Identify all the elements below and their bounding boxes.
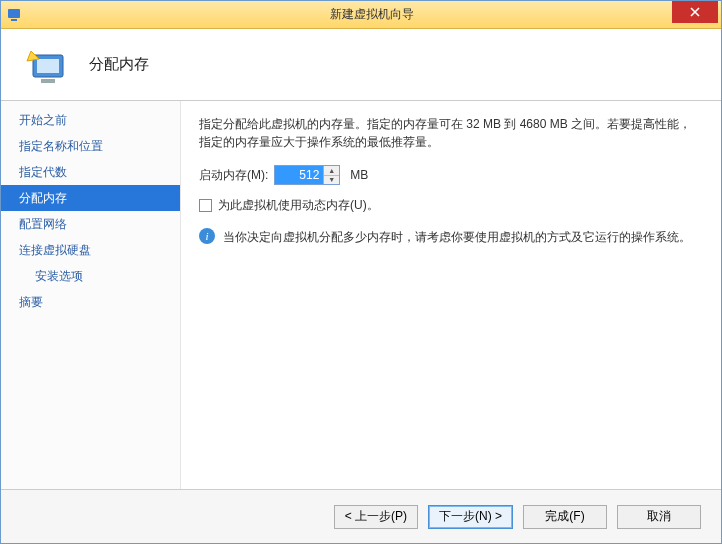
- svg-rect-1: [11, 19, 17, 21]
- body: 开始之前 指定名称和位置 指定代数 分配内存 配置网络 连接虚拟硬盘 安装选项 …: [1, 101, 721, 489]
- page-title: 分配内存: [89, 55, 149, 74]
- dynamic-memory-label: 为此虚拟机使用动态内存(U)。: [218, 197, 379, 214]
- description-text: 指定分配给此虚拟机的内存量。指定的内存量可在 32 MB 到 4680 MB 之…: [199, 115, 701, 151]
- sidebar-item-label: 指定名称和位置: [19, 139, 103, 153]
- sidebar-item-label: 摘要: [19, 295, 43, 309]
- steps-sidebar: 开始之前 指定名称和位置 指定代数 分配内存 配置网络 连接虚拟硬盘 安装选项 …: [1, 101, 181, 489]
- button-label: 完成(F): [545, 508, 584, 525]
- sidebar-item-vhd[interactable]: 连接虚拟硬盘: [1, 237, 180, 263]
- content-pane: 指定分配给此虚拟机的内存量。指定的内存量可在 32 MB 到 4680 MB 之…: [181, 101, 721, 489]
- next-button[interactable]: 下一步(N) >: [428, 505, 513, 529]
- sidebar-item-label: 配置网络: [19, 217, 67, 231]
- sidebar-item-memory[interactable]: 分配内存: [1, 185, 180, 211]
- sidebar-item-label: 分配内存: [19, 191, 67, 205]
- memory-wizard-icon: [25, 41, 73, 89]
- sidebar-item-label: 安装选项: [35, 269, 83, 283]
- cancel-button[interactable]: 取消: [617, 505, 701, 529]
- dynamic-memory-checkbox[interactable]: [199, 199, 212, 212]
- svg-rect-4: [41, 79, 55, 83]
- footer: < 上一步(P) 下一步(N) > 完成(F) 取消: [1, 489, 721, 543]
- sidebar-item-name-location[interactable]: 指定名称和位置: [1, 133, 180, 159]
- memory-label: 启动内存(M):: [199, 167, 268, 184]
- spinner-buttons: ▲ ▼: [323, 166, 339, 184]
- dynamic-memory-row: 为此虚拟机使用动态内存(U)。: [199, 197, 701, 214]
- info-text: 当你决定向虚拟机分配多少内存时，请考虑你要使用虚拟机的方式及它运行的操作系统。: [223, 228, 691, 246]
- sidebar-item-summary[interactable]: 摘要: [1, 289, 180, 315]
- button-label: 下一步(N) >: [439, 508, 502, 525]
- button-label: < 上一步(P): [345, 508, 407, 525]
- finish-button[interactable]: 完成(F): [523, 505, 607, 529]
- close-button[interactable]: [672, 1, 718, 23]
- sidebar-item-install-options[interactable]: 安装选项: [1, 263, 180, 289]
- button-label: 取消: [647, 508, 671, 525]
- sidebar-item-before-begin[interactable]: 开始之前: [1, 107, 180, 133]
- app-icon: [7, 7, 23, 23]
- sidebar-item-label: 连接虚拟硬盘: [19, 243, 91, 257]
- sidebar-item-label: 开始之前: [19, 113, 67, 127]
- memory-unit: MB: [350, 168, 368, 182]
- sidebar-item-network[interactable]: 配置网络: [1, 211, 180, 237]
- memory-input[interactable]: [275, 166, 323, 184]
- memory-spinner: ▲ ▼: [274, 165, 340, 185]
- sidebar-item-generation[interactable]: 指定代数: [1, 159, 180, 185]
- wizard-window: 新建虚拟机向导 分配内存 开始之前 指定名称和位置 指定代数 分配内存 配置网络…: [0, 0, 722, 544]
- svg-rect-3: [37, 59, 59, 73]
- info-icon: [199, 228, 215, 244]
- close-icon: [690, 7, 700, 17]
- sidebar-item-label: 指定代数: [19, 165, 67, 179]
- spin-up-button[interactable]: ▲: [324, 166, 339, 176]
- window-title: 新建虚拟机向导: [23, 6, 721, 23]
- info-row: 当你决定向虚拟机分配多少内存时，请考虑你要使用虚拟机的方式及它运行的操作系统。: [199, 228, 701, 246]
- memory-row: 启动内存(M): ▲ ▼ MB: [199, 165, 701, 185]
- page-header: 分配内存: [1, 29, 721, 101]
- prev-button[interactable]: < 上一步(P): [334, 505, 418, 529]
- titlebar: 新建虚拟机向导: [1, 1, 721, 29]
- svg-rect-0: [8, 9, 20, 18]
- spin-down-button[interactable]: ▼: [324, 176, 339, 185]
